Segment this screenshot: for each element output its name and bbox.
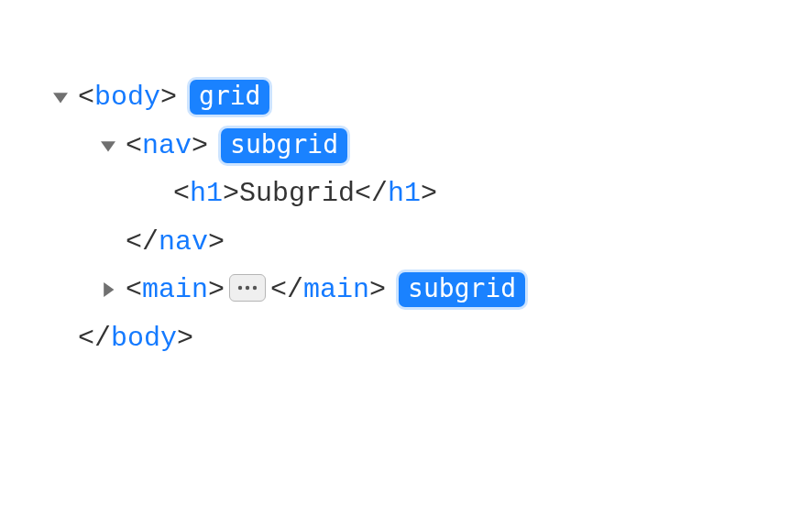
tree-row-nav-close[interactable]: </nav> xyxy=(50,218,775,267)
tree-row-body-open[interactable]: <body> grid xyxy=(50,73,775,122)
tree-row-body-close[interactable]: </body> xyxy=(50,314,775,363)
svg-point-4 xyxy=(246,286,249,290)
tree-row-h1[interactable]: <h1>Subgrid</h1> xyxy=(50,170,775,218)
tree-row-nav-open[interactable]: <nav> subgrid xyxy=(50,122,775,170)
tag-open-nav: <nav> xyxy=(126,122,208,170)
triangle-down-icon xyxy=(101,138,115,153)
dom-tree: <body> grid <nav> subgrid <h1>Subgrid</h… xyxy=(50,73,775,362)
tag-close-nav: </nav> xyxy=(126,218,225,267)
tag-close-main: </main> xyxy=(270,266,386,314)
layout-badge-grid[interactable]: grid xyxy=(190,80,269,115)
tag-open-h1: <h1> xyxy=(173,170,239,218)
disclosure-triangle-expanded[interactable] xyxy=(50,87,71,107)
layout-badge-subgrid[interactable]: subgrid xyxy=(399,272,525,307)
svg-marker-2 xyxy=(104,282,114,297)
tag-close-body: </body> xyxy=(78,314,193,363)
tag-open-main: <main> xyxy=(126,266,225,314)
triangle-down-icon xyxy=(53,90,68,104)
layout-badge-subgrid[interactable]: subgrid xyxy=(221,128,347,163)
tree-row-main[interactable]: <main></main> subgrid xyxy=(50,266,775,314)
svg-marker-0 xyxy=(53,93,68,103)
tag-close-h1: </h1> xyxy=(355,170,437,218)
svg-point-5 xyxy=(253,286,257,290)
svg-point-3 xyxy=(238,286,242,290)
disclosure-triangle-collapsed[interactable] xyxy=(98,280,118,300)
svg-marker-1 xyxy=(101,141,115,151)
triangle-right-icon xyxy=(101,282,115,297)
disclosure-triangle-expanded[interactable] xyxy=(98,136,118,156)
ellipsis-icon[interactable] xyxy=(229,274,266,302)
tag-open-body: <body> xyxy=(78,73,177,122)
text-node: Subgrid xyxy=(239,170,355,218)
